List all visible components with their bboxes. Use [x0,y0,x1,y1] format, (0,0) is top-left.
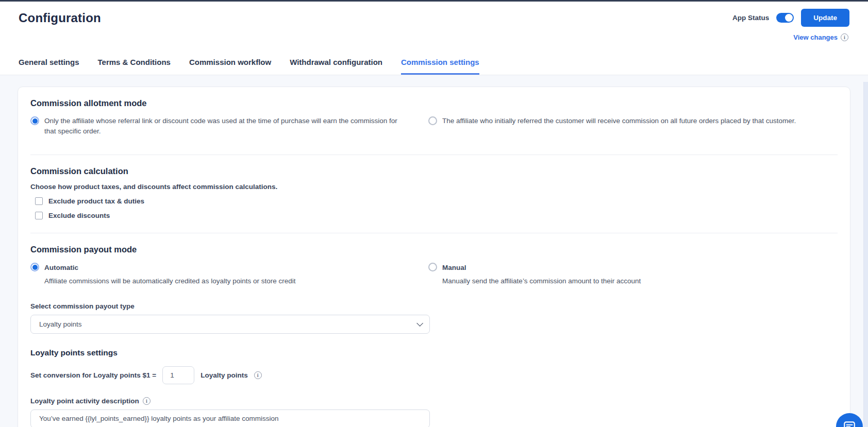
allotment-option-label: The affiliate who initially referred the… [442,116,796,126]
radio-selected-icon[interactable] [30,116,39,125]
checkbox-icon[interactable] [35,197,43,205]
tab-bar: General settings Terms & Conditions Comm… [19,58,849,75]
app-status-toggle[interactable] [776,13,794,23]
page-header: Configuration App Status Update View cha… [0,2,868,75]
payout-option-automatic-radio[interactable]: Automatic [30,262,428,272]
payout-type-select[interactable]: Loyalty points [30,315,430,334]
view-changes-info-icon[interactable]: i [841,33,848,41]
payout-option-manual-radio[interactable]: Manual [428,262,838,272]
activity-description-input[interactable] [30,409,430,427]
tab-general-settings[interactable]: General settings [19,58,79,75]
payout-option-description: Manually send the affiliate’s commission… [442,277,838,285]
update-button[interactable]: Update [801,9,849,27]
payout-option-label: Automatic [44,262,78,272]
chevron-down-icon [416,320,423,327]
calculation-description: Choose how product taxes, and discounts … [30,183,838,191]
payout-mode-heading: Commission payout mode [30,245,838,254]
settings-card: Commission allotment mode Only the affil… [18,87,850,427]
section-commission-payout-mode: Commission payout mode Automatic Affilia… [30,233,838,427]
payout-option-manual: Manual Manually send the affiliate’s com… [428,262,838,285]
radio-unselected-icon[interactable] [428,116,437,125]
allotment-option-lifetime[interactable]: The affiliate who initially referred the… [428,116,838,136]
conversion-prefix-label: Set conversion for Loyalty points $1 = [30,371,156,379]
payout-option-label: Manual [442,262,466,272]
conversion-value-input[interactable] [162,366,194,384]
payout-type-label: Select commission payout type [30,302,838,310]
page-title: Configuration [19,9,101,25]
payout-type-selected-value: Loyalty points [39,320,82,328]
calculation-heading: Commission calculation [30,166,838,176]
payout-option-automatic: Automatic Affiliate commissions will be … [30,262,428,285]
view-changes-link[interactable]: View changes [793,33,838,41]
tab-commission-settings[interactable]: Commission settings [401,58,479,75]
checkbox-label: Exclude discounts [48,212,110,219]
checkbox-label: Exclude product tax & duties [48,197,144,205]
checkbox-row-exclude-discounts[interactable]: Exclude discounts [35,212,838,219]
radio-selected-icon[interactable] [30,263,39,271]
allotment-heading: Commission allotment mode [30,98,838,108]
activity-description-label: Loyalty point activity description [30,397,139,405]
conversion-suffix-label: Loyalty points [201,371,248,379]
toggle-knob [785,14,793,22]
chat-bubble-icon [843,420,856,427]
radio-unselected-icon[interactable] [428,263,437,271]
section-commission-allotment-mode: Commission allotment mode Only the affil… [30,87,838,155]
checkbox-row-exclude-tax[interactable]: Exclude product tax & duties [35,197,838,205]
loyalty-points-info-icon[interactable]: i [254,371,262,379]
scrollbar-track[interactable] [863,82,868,427]
allotment-option-label: Only the affiliate whose referral link o… [44,116,405,136]
section-commission-calculation: Commission calculation Choose how produc… [30,155,838,233]
allotment-option-per-order[interactable]: Only the affiliate whose referral link o… [30,116,428,136]
tab-commission-workflow[interactable]: Commission workflow [189,58,271,75]
loyalty-settings-heading: Loyalty points settings [30,348,838,357]
checkbox-icon[interactable] [35,212,43,219]
tab-terms-conditions[interactable]: Terms & Conditions [98,58,171,75]
payout-option-description: Affiliate commissions will be automatica… [44,277,428,285]
app-status-label: App Status [732,14,769,22]
tab-withdrawal-configuration[interactable]: Withdrawal configuration [290,58,382,75]
activity-description-info-icon[interactable]: i [143,397,151,405]
